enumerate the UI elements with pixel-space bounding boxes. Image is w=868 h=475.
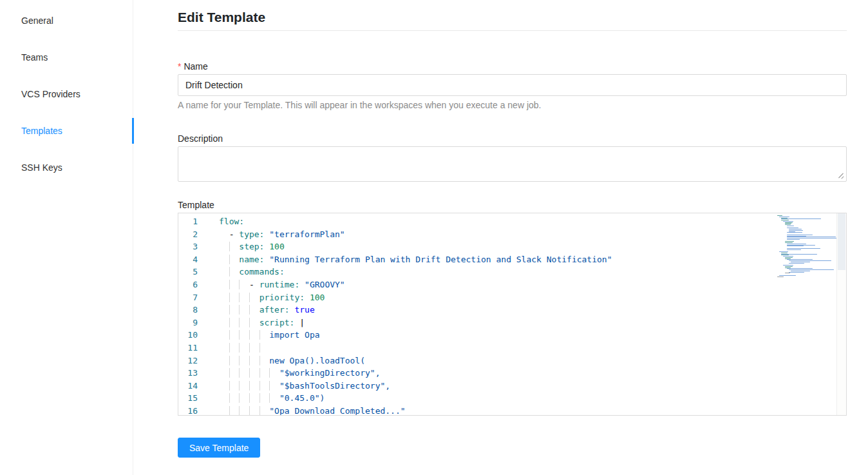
code-line[interactable]: "$bashToolsDirectory", bbox=[219, 380, 846, 393]
line-number: 7 bbox=[178, 291, 198, 304]
code-line[interactable]: step: 100 bbox=[219, 240, 846, 253]
indent-guide bbox=[269, 368, 279, 378]
template-code-editor[interactable]: 12345678910111213141516 flow: - type: "t… bbox=[178, 213, 847, 416]
code-line[interactable]: name: "Running Terraform Plan with Drift… bbox=[219, 253, 846, 266]
minimap-row bbox=[789, 229, 802, 229]
minimap-row bbox=[787, 239, 800, 240]
minimap-row bbox=[789, 263, 804, 264]
editor-scroll-area[interactable]: 12345678910111213141516 flow: - type: "t… bbox=[178, 213, 846, 415]
indent-guide bbox=[259, 368, 270, 378]
indent-guide bbox=[249, 318, 259, 327]
minimap-row bbox=[787, 235, 813, 235]
editor-minimap[interactable] bbox=[777, 215, 836, 277]
sidebar-item-label: VCS Providers bbox=[21, 89, 80, 99]
code-line[interactable]: "$workingDirectory", bbox=[219, 367, 846, 380]
minimap-row bbox=[789, 260, 831, 261]
minimap-row bbox=[787, 249, 801, 250]
minimap-row bbox=[789, 272, 804, 273]
indent-guide bbox=[249, 381, 259, 391]
code-token: step: bbox=[239, 242, 264, 251]
indent-guide bbox=[249, 343, 259, 353]
code-line[interactable]: commands: bbox=[219, 266, 846, 278]
minimap-row bbox=[787, 246, 804, 246]
name-label-text: Name bbox=[184, 61, 207, 72]
code-token: "$workingDirectory", bbox=[279, 368, 381, 378]
settings-sidebar: GeneralTeamsVCS ProvidersTemplatesSSH Ke… bbox=[0, 0, 133, 475]
sidebar-item-label: Templates bbox=[21, 126, 62, 136]
indent-guide bbox=[259, 330, 270, 340]
indent-space bbox=[219, 318, 229, 327]
line-number: 6 bbox=[178, 278, 198, 291]
minimap-row bbox=[787, 244, 806, 244]
code-line[interactable]: after: true bbox=[219, 304, 846, 316]
minimap-row bbox=[785, 224, 791, 225]
indent-guide bbox=[239, 368, 249, 378]
indent-guide bbox=[229, 318, 240, 327]
code-line[interactable]: - runtime: "GROOVY" bbox=[219, 278, 846, 291]
code-token: 100 bbox=[269, 242, 284, 251]
minimap-row bbox=[783, 265, 793, 266]
indent-space bbox=[219, 267, 229, 276]
code-line[interactable] bbox=[219, 342, 846, 354]
code-token: import Opa bbox=[269, 330, 319, 340]
code-line[interactable]: script: | bbox=[219, 316, 846, 329]
sidebar-item-general[interactable]: General bbox=[0, 2, 133, 39]
indent-guide bbox=[249, 330, 259, 340]
minimap-row bbox=[787, 226, 794, 226]
indent-guide bbox=[239, 343, 249, 353]
sidebar-item-templates[interactable]: Templates bbox=[0, 112, 133, 149]
minimap-row bbox=[787, 238, 840, 238]
line-number-gutter[interactable]: 12345678910111213141516 bbox=[178, 215, 198, 416]
code-token: runtime: bbox=[259, 280, 300, 289]
minimap-row bbox=[791, 271, 810, 271]
line-number: 15 bbox=[178, 392, 198, 405]
active-tab-indicator bbox=[132, 118, 134, 144]
indent-space bbox=[219, 255, 229, 264]
line-number: 14 bbox=[178, 380, 198, 393]
code-token: type: bbox=[239, 229, 264, 239]
indent-guide bbox=[229, 356, 240, 365]
code-token: "Running Terraform Plan with Drift Detec… bbox=[269, 255, 612, 264]
indent-guide bbox=[249, 393, 259, 403]
code-line[interactable]: - type: "terraformPlan" bbox=[219, 228, 846, 241]
editor-scrollbar-slider[interactable] bbox=[838, 213, 845, 270]
code-token: "0.45.0") bbox=[279, 393, 325, 403]
name-input[interactable] bbox=[178, 74, 847, 96]
code-token: script: bbox=[259, 318, 295, 327]
sidebar-item-vcs-providers[interactable]: VCS Providers bbox=[0, 75, 133, 112]
code-line[interactable]: new Opa().loadTool( bbox=[219, 354, 846, 367]
indent-guide bbox=[229, 368, 240, 378]
code-line[interactable]: priority: 100 bbox=[219, 291, 846, 304]
indent-space bbox=[219, 343, 229, 353]
code-line[interactable]: "0.45.0") bbox=[219, 392, 846, 405]
sidebar-item-teams[interactable]: Teams bbox=[0, 39, 133, 75]
line-number: 3 bbox=[178, 240, 198, 253]
indent-guide bbox=[229, 267, 240, 276]
save-template-button[interactable]: Save Template bbox=[178, 438, 260, 458]
minimap-row bbox=[781, 253, 788, 253]
code-line[interactable]: flow: bbox=[219, 215, 846, 228]
line-number: 11 bbox=[178, 342, 198, 354]
code-line[interactable]: "Opa Download Completed..." bbox=[219, 405, 846, 416]
code-token: 100 bbox=[310, 293, 325, 302]
indent-space bbox=[219, 305, 229, 315]
line-number: 10 bbox=[178, 329, 198, 342]
indent-guide bbox=[239, 330, 249, 340]
indent-guide bbox=[249, 356, 259, 365]
description-textarea[interactable] bbox=[178, 146, 847, 182]
indent-guide bbox=[229, 343, 240, 353]
code-area[interactable]: flow: - type: "terraformPlan" step: 100 … bbox=[219, 215, 846, 416]
minimap-row bbox=[791, 262, 810, 262]
indent-guide bbox=[229, 280, 240, 289]
indent-guide bbox=[239, 393, 249, 403]
code-token: commands: bbox=[239, 267, 284, 276]
code-token: flow: bbox=[219, 217, 244, 226]
indent-space bbox=[219, 393, 229, 403]
sidebar-item-ssh-keys[interactable]: SSH Keys bbox=[0, 149, 133, 186]
indent-guide bbox=[239, 318, 249, 327]
indent-guide bbox=[239, 381, 249, 391]
code-token: - bbox=[249, 280, 259, 289]
editor-scrollbar[interactable] bbox=[836, 213, 846, 415]
code-token: "$bashToolsDirectory", bbox=[279, 381, 390, 391]
code-line[interactable]: import Opa bbox=[219, 329, 846, 342]
